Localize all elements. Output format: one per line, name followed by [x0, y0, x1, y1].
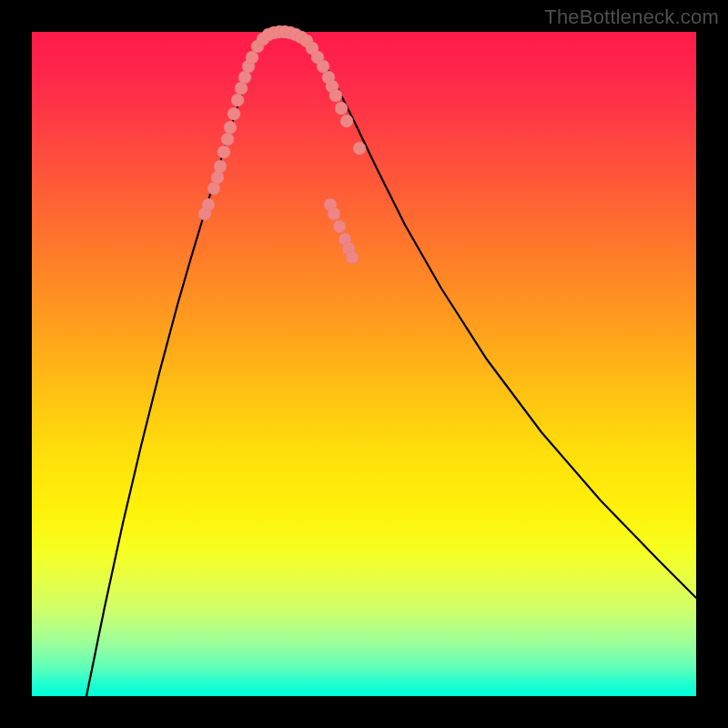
data-point — [214, 160, 227, 173]
data-point — [231, 94, 244, 106]
data-point — [329, 89, 342, 102]
data-point — [221, 133, 234, 146]
data-point — [224, 121, 237, 134]
data-point — [328, 207, 340, 220]
dots-group — [198, 25, 366, 264]
data-point — [228, 107, 240, 120]
data-point — [333, 220, 346, 233]
data-point — [211, 171, 224, 184]
chart-svg — [32, 32, 696, 696]
plot-area — [32, 32, 696, 696]
data-point — [335, 102, 348, 115]
bottleneck-curve — [86, 32, 696, 696]
curve-group — [86, 32, 696, 696]
chart-frame: TheBottleneck.com — [0, 0, 728, 728]
data-point — [217, 146, 230, 158]
data-point — [202, 198, 215, 211]
data-point — [346, 251, 359, 264]
data-point — [353, 142, 366, 155]
watermark-text: TheBottleneck.com — [544, 5, 719, 29]
data-point — [340, 115, 353, 127]
